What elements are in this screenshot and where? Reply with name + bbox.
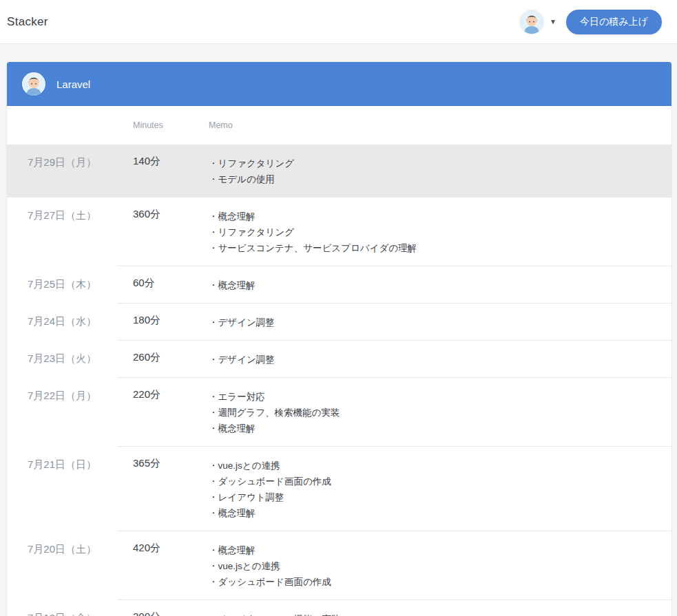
table-row[interactable]: 7月22日（月） 220分 ・エラー対応・週間グラフ、検索機能の実装・概念理解: [7, 378, 671, 447]
memo-line: ・週間グラフ、検索機能の実装: [209, 405, 671, 421]
memo-line: ・概念理解: [209, 542, 671, 558]
memo-line: ・デザイン調整: [209, 315, 671, 330]
row-minutes: 60分: [117, 277, 203, 293]
today-stack-button[interactable]: 今日の積み上げ: [566, 10, 662, 34]
row-memo: ・概念理解・リファクタリング・サービスコンテナ、サービスプロバイダの理解: [203, 208, 671, 256]
memo-line: ・ダッシュボード画面の作成: [209, 574, 671, 590]
row-date: 7月21日（日）: [7, 447, 117, 531]
row-body: 140分 ・リファクタリング・モデルの使用: [117, 145, 671, 198]
memo-line: ・vue.jsとの連携: [209, 458, 671, 474]
table-row[interactable]: 7月20日（土） 420分 ・概念理解・vue.jsとの連携・ダッシュボード画面…: [7, 531, 671, 600]
navbar: Stacker ▼ 今日の積み上げ: [0, 0, 677, 44]
chevron-down-icon[interactable]: ▼: [550, 18, 556, 25]
row-minutes: 200分: [117, 610, 203, 616]
row-minutes: 180分: [117, 314, 203, 330]
table-body: 7月29日（月） 140分 ・リファクタリング・モデルの使用 7月27日（土） …: [7, 145, 671, 616]
card-header: Laravel: [7, 62, 671, 106]
row-date: 7月24日（水）: [7, 304, 117, 341]
table-row[interactable]: 7月29日（月） 140分 ・リファクタリング・モデルの使用: [7, 145, 671, 198]
row-minutes: 140分: [117, 155, 203, 187]
brand-title: Stacker: [7, 15, 48, 29]
table-row[interactable]: 7月23日（火） 260分 ・デザイン調整: [7, 341, 671, 378]
row-body: 220分 ・エラー対応・週間グラフ、検索機能の実装・概念理解: [117, 378, 671, 447]
column-header-memo: Memo: [203, 120, 671, 130]
row-date: 7月23日（火）: [7, 341, 117, 378]
row-memo: ・概念理解: [203, 277, 671, 293]
row-date: 7月27日（土）: [7, 198, 117, 266]
row-body: 200分 ・ページネーション機能の実装・グラフ作成: [117, 600, 671, 616]
row-body: 365分 ・vue.jsとの連携・ダッシュボード画面の作成・レイアウト調整・概念…: [117, 447, 671, 531]
user-menu[interactable]: ▼: [520, 10, 556, 34]
memo-line: ・vue.jsとの連携: [209, 558, 671, 574]
row-memo: ・vue.jsとの連携・ダッシュボード画面の作成・レイアウト調整・概念理解: [203, 457, 671, 521]
row-date: 7月25日（木）: [7, 266, 117, 304]
memo-line: ・サービスコンテナ、サービスプロバイダの理解: [209, 240, 671, 256]
row-date: 7月22日（月）: [7, 378, 117, 447]
stack-log-card: Laravel Minutes Memo 7月29日（月） 140分 ・リファク…: [7, 62, 671, 616]
row-body: 360分 ・概念理解・リファクタリング・サービスコンテナ、サービスプロバイダの理…: [117, 198, 671, 266]
row-memo: ・ページネーション機能の実装・グラフ作成: [203, 610, 671, 616]
row-date: 7月20日（土）: [7, 531, 117, 600]
memo-line: ・リファクタリング: [209, 224, 671, 240]
row-minutes: 260分: [117, 351, 203, 368]
row-memo: ・概念理解・vue.jsとの連携・ダッシュボード画面の作成: [203, 542, 671, 590]
table-row[interactable]: 7月27日（土） 360分 ・概念理解・リファクタリング・サービスコンテナ、サー…: [7, 198, 671, 266]
memo-line: ・ページネーション機能の実装: [209, 611, 671, 616]
memo-line: ・レイアウト調整: [209, 489, 671, 505]
column-header-minutes: Minutes: [117, 120, 203, 130]
row-body: 180分 ・デザイン調整: [117, 304, 671, 341]
row-minutes: 365分: [117, 457, 203, 521]
row-minutes: 420分: [117, 542, 203, 590]
log-table: Minutes Memo 7月29日（月） 140分 ・リファクタリング・モデル…: [7, 106, 671, 616]
memo-line: ・概念理解: [209, 421, 671, 436]
memo-line: ・概念理解: [209, 209, 671, 224]
row-body: 60分 ・概念理解: [117, 266, 671, 304]
table-row[interactable]: 7月21日（日） 365分 ・vue.jsとの連携・ダッシュボード画面の作成・レ…: [7, 447, 671, 531]
row-date: 7月19日（金）: [7, 600, 117, 616]
row-date: 7月29日（月）: [7, 145, 117, 198]
memo-line: ・モデルの使用: [209, 171, 671, 187]
memo-line: ・概念理解: [209, 277, 671, 293]
row-body: 260分 ・デザイン調整: [117, 341, 671, 378]
table-row[interactable]: 7月24日（水） 180分 ・デザイン調整: [7, 304, 671, 341]
row-minutes: 220分: [117, 388, 203, 436]
user-avatar-icon[interactable]: [520, 10, 543, 34]
memo-line: ・エラー対応: [209, 389, 671, 405]
navbar-right: ▼ 今日の積み上げ: [520, 10, 662, 34]
card-title: Laravel: [56, 78, 90, 90]
table-row[interactable]: 7月25日（木） 60分 ・概念理解: [7, 266, 671, 304]
row-body: 420分 ・概念理解・vue.jsとの連携・ダッシュボード画面の作成: [117, 531, 671, 600]
row-minutes: 360分: [117, 208, 203, 256]
main-content: Laravel Minutes Memo 7月29日（月） 140分 ・リファク…: [0, 44, 677, 616]
memo-line: ・デザイン調整: [209, 352, 671, 368]
row-memo: ・リファクタリング・モデルの使用: [203, 155, 671, 187]
row-memo: ・エラー対応・週間グラフ、検索機能の実装・概念理解: [203, 388, 671, 436]
memo-line: ・概念理解: [209, 505, 671, 521]
row-memo: ・デザイン調整: [203, 314, 671, 330]
memo-line: ・ダッシュボード画面の作成: [209, 474, 671, 489]
table-row[interactable]: 7月19日（金） 200分 ・ページネーション機能の実装・グラフ作成: [7, 600, 671, 616]
row-memo: ・デザイン調整: [203, 351, 671, 368]
table-header-row: Minutes Memo: [7, 106, 671, 145]
card-avatar-icon: [22, 72, 45, 96]
memo-line: ・リファクタリング: [209, 156, 671, 171]
